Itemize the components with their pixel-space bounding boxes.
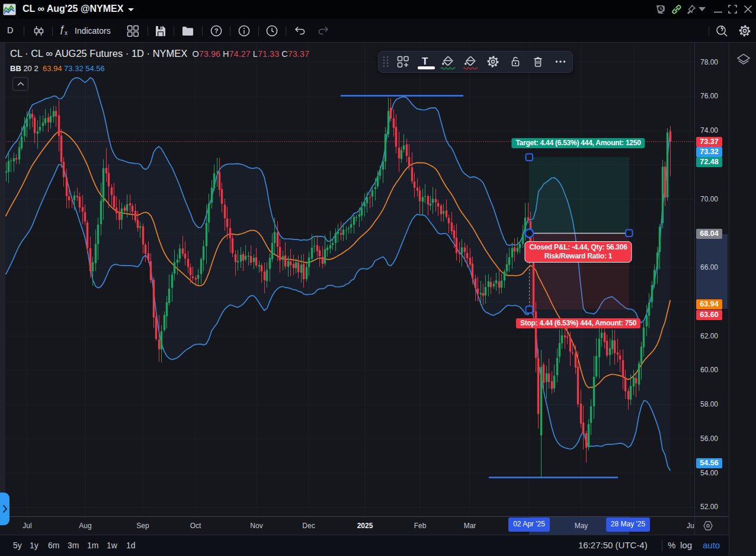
svg-text:?: ? bbox=[214, 27, 219, 34]
